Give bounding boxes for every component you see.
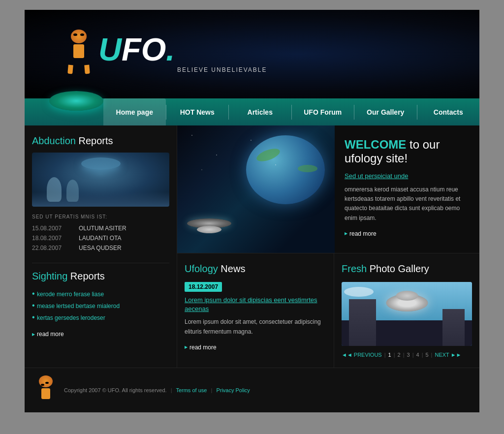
welcome-title: WELCOME to our ufology site! — [345, 138, 470, 165]
sidebar: Abduction Reports SED UT PERATIS MNIS IS… — [25, 125, 177, 368]
page-5[interactable]: 5 — [425, 352, 428, 358]
sighting-link-2[interactable]: mease lertsed bertase mialerod — [32, 300, 169, 311]
header: UFO. BELIEVE UNBELIEVABLE — [25, 10, 479, 98]
sighting-title: Sighting Reports — [32, 271, 169, 282]
report-list: 15.08.2007OLUTUM ASITER 18.08.2007LAUDAN… — [32, 223, 169, 253]
welcome-intro-link[interactable]: Sed ut perspiciat unde — [345, 172, 408, 180]
nav-item-articles[interactable]: Articles — [229, 98, 291, 125]
page-4[interactable]: 4 — [416, 352, 419, 358]
content-top: WELCOME to our ufology site! Sed ut pers… — [177, 125, 479, 253]
page-2[interactable]: 2 — [398, 352, 401, 358]
welcome-body: omnerersa kerod miaset accusa ntium reue… — [345, 185, 470, 223]
nav-item-hotnews[interactable]: HOT News — [166, 98, 229, 125]
sighting-link-3[interactable]: kertas gersedes lerodeser — [32, 311, 169, 323]
footer-privacy-link[interactable]: Privacy Policy — [216, 387, 250, 393]
tagline: BELIEVE UNBELIEVABLE — [177, 66, 267, 73]
nav-item-home[interactable]: Home page — [103, 98, 166, 125]
footer-mascot — [34, 375, 57, 405]
photo-gallery: Fresh Photo Gallery — [334, 253, 479, 368]
nav-item-gallery[interactable]: Our Gallery — [354, 98, 417, 125]
report-item-2: 18.08.2007LAUDANTI OTA — [32, 233, 169, 243]
page-1[interactable]: 1 — [388, 352, 391, 358]
sidebar-divider — [32, 263, 169, 263]
news-read-more[interactable]: read more — [185, 344, 326, 351]
page-3[interactable]: 3 — [407, 352, 410, 358]
pagination-prev[interactable]: ◄◄ PREVIOUS — [342, 352, 382, 358]
nav-item-forum[interactable]: UFO Forum — [292, 98, 354, 125]
news-article-link[interactable]: Lorem ipsum dolor sit dipiscias eent ves… — [185, 296, 326, 313]
gallery-pagination: ◄◄ PREVIOUS | 1 | 2 | 3 | 4 | 5 | NEXT ►… — [342, 352, 472, 358]
page-wrapper: UFO. BELIEVE UNBELIEVABLE Home page HOT … — [25, 10, 479, 412]
footer-copyright: Copyright 2007 © UFO. All rights reserve… — [64, 387, 250, 393]
pagination-next[interactable]: NEXT ►► — [435, 352, 461, 358]
content-area: WELCOME to our ufology site! Sed ut pers… — [177, 125, 479, 368]
nav-ufo-disk — [49, 91, 103, 111]
news-date: 18.12.2007 — [185, 282, 222, 292]
gallery-image — [342, 282, 472, 346]
sighting-link-1[interactable]: kerode merro ferase liase — [32, 288, 169, 300]
content-bottom: Ufology News 18.12.2007 Lorem ipsum dolo… — [177, 253, 479, 368]
news-body: Lorem ipsum dolor sit amet, consectetuer… — [185, 317, 326, 336]
abduction-title: Abduction Reports — [32, 135, 169, 147]
report-subtitle: SED UT PERATIS MNIS IST: — [32, 214, 169, 219]
space-image — [177, 125, 335, 253]
welcome-box: WELCOME to our ufology site! Sed ut pers… — [335, 125, 479, 253]
report-item-1: 15.08.2007OLUTUM ASITER — [32, 223, 169, 233]
sighting-links: kerode merro ferase liase mease lertsed … — [32, 288, 169, 323]
mascot — [64, 30, 94, 74]
nav-item-contacts[interactable]: Contacts — [417, 98, 480, 125]
footer: Copyright 2007 © UFO. All rights reserve… — [25, 368, 479, 412]
news-title: Ufology News — [185, 263, 326, 275]
ufology-news: Ufology News 18.12.2007 Lorem ipsum dolo… — [177, 253, 334, 368]
footer-terms-link[interactable]: Terms of use — [176, 387, 207, 393]
abduction-image — [32, 153, 169, 207]
sighting-read-more[interactable]: read more — [32, 331, 169, 338]
welcome-read-more[interactable]: read more — [345, 230, 470, 237]
site-logo: UFO. — [98, 33, 175, 65]
gallery-title: Fresh Photo Gallery — [342, 263, 472, 275]
main-content: Abduction Reports SED UT PERATIS MNIS IS… — [25, 125, 479, 368]
report-item-3: 22.08.2007UESA QUDSER — [32, 243, 169, 253]
navigation: Home page HOT News Articles UFO Forum Ou… — [25, 98, 479, 125]
